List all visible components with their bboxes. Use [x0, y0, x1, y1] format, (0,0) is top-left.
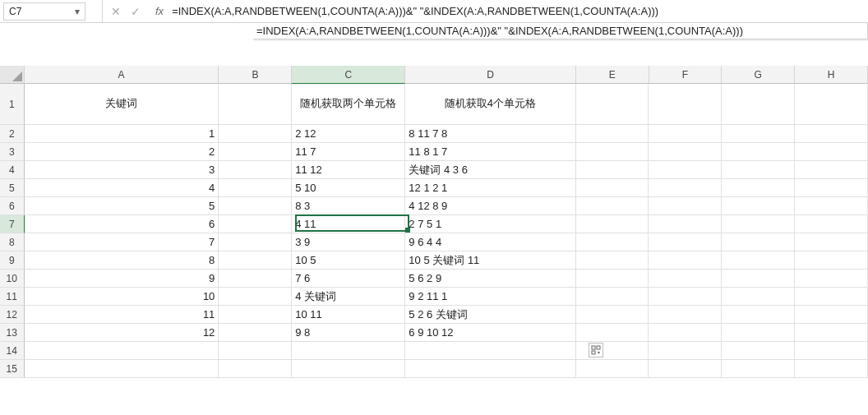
row-header-11[interactable]: 11 [0, 288, 25, 306]
cell-C14[interactable] [292, 342, 405, 360]
cell-H14[interactable] [795, 342, 868, 360]
cell-G10[interactable] [722, 270, 795, 288]
cell-H10[interactable] [795, 270, 868, 288]
cell-G1[interactable] [722, 84, 795, 125]
cell-H7[interactable] [795, 215, 868, 233]
cell-C3[interactable]: 11 7 [292, 143, 405, 161]
cell-B14[interactable] [219, 342, 292, 360]
row-header-5[interactable]: 5 [0, 179, 25, 197]
cell-B3[interactable] [219, 143, 292, 161]
column-header-F[interactable]: F [649, 66, 723, 84]
column-header-G[interactable]: G [722, 66, 795, 84]
column-header-C[interactable]: C [292, 66, 405, 84]
cell-D7[interactable]: 2 7 5 1 [405, 215, 575, 233]
cell-H8[interactable] [795, 233, 868, 251]
cell-D15[interactable] [405, 360, 575, 378]
cell-E7[interactable] [576, 215, 649, 233]
row-header-2[interactable]: 2 [0, 125, 25, 143]
name-box[interactable]: C7 ▾ [3, 2, 85, 21]
cell-B12[interactable] [219, 306, 292, 324]
cell-H9[interactable] [795, 251, 868, 270]
cell-D10[interactable]: 5 6 2 9 [405, 270, 575, 288]
cell-C5[interactable]: 5 10 [292, 179, 405, 197]
column-header-A[interactable]: A [25, 66, 219, 84]
cell-G3[interactable] [722, 143, 795, 161]
cell-G7[interactable] [722, 215, 795, 233]
cell-A7[interactable]: 6 [25, 215, 219, 233]
cell-H15[interactable] [795, 360, 868, 378]
cell-C2[interactable]: 2 12 [292, 125, 405, 143]
cell-C15[interactable] [292, 360, 405, 378]
cell-C12[interactable]: 10 11 [292, 306, 405, 324]
cell-G9[interactable] [722, 251, 795, 270]
cell-E5[interactable] [576, 179, 649, 197]
cell-E14[interactable] [576, 342, 649, 360]
cell-A1[interactable]: 关键词 [25, 84, 219, 125]
cell-H4[interactable] [795, 161, 868, 179]
cell-C4[interactable]: 11 12 [292, 161, 405, 179]
cell-E6[interactable] [576, 197, 649, 215]
cell-B10[interactable] [219, 270, 292, 288]
cell-G5[interactable] [722, 179, 795, 197]
cell-D13[interactable]: 6 9 10 12 [405, 324, 575, 342]
cell-H3[interactable] [795, 143, 868, 161]
cell-E13[interactable] [576, 324, 649, 342]
cell-C1[interactable]: 随机获取两个单元格 [292, 84, 405, 125]
cell-E12[interactable] [576, 306, 649, 324]
cell-F14[interactable] [649, 342, 722, 360]
cell-D1[interactable]: 随机获取4个单元格 [405, 84, 575, 125]
cell-F9[interactable] [649, 251, 722, 270]
row-header-6[interactable]: 6 [0, 197, 25, 215]
cell-B4[interactable] [219, 161, 292, 179]
cell-A4[interactable]: 3 [25, 161, 219, 179]
row-header-15[interactable]: 15 [0, 360, 25, 378]
cell-B7[interactable] [219, 215, 292, 233]
cell-F6[interactable] [649, 197, 722, 215]
autofill-options-icon[interactable] [589, 343, 603, 357]
cell-C7[interactable]: 4 11 [292, 215, 405, 233]
row-header-13[interactable]: 13 [0, 324, 25, 342]
cell-B11[interactable] [219, 288, 292, 306]
fx-icon[interactable]: fx [149, 5, 170, 17]
cell-F11[interactable] [649, 288, 722, 306]
cell-F2[interactable] [649, 125, 722, 143]
cell-A14[interactable] [25, 342, 219, 360]
cell-D5[interactable]: 12 1 2 1 [405, 179, 575, 197]
cell-H2[interactable] [795, 125, 868, 143]
row-header-8[interactable]: 8 [0, 233, 25, 251]
cell-C8[interactable]: 3 9 [292, 233, 405, 251]
select-all-corner[interactable] [0, 66, 25, 84]
cell-D11[interactable]: 9 2 11 1 [405, 288, 575, 306]
cell-F10[interactable] [649, 270, 722, 288]
cell-E2[interactable] [576, 125, 649, 143]
row-header-14[interactable]: 14 [0, 342, 25, 360]
cell-E8[interactable] [576, 233, 649, 251]
row-header-10[interactable]: 10 [0, 270, 25, 288]
cell-G14[interactable] [722, 342, 795, 360]
cell-A13[interactable]: 12 [25, 324, 219, 342]
cell-C10[interactable]: 7 6 [292, 270, 405, 288]
row-header-12[interactable]: 12 [0, 306, 25, 324]
cell-H13[interactable] [795, 324, 868, 342]
cell-D4[interactable]: 关键词 4 3 6 [405, 161, 575, 179]
cell-D6[interactable]: 4 12 8 9 [405, 197, 575, 215]
cell-H11[interactable] [795, 288, 868, 306]
cell-G15[interactable] [722, 360, 795, 378]
cell-G13[interactable] [722, 324, 795, 342]
cell-F4[interactable] [649, 161, 722, 179]
cell-G12[interactable] [722, 306, 795, 324]
cell-D8[interactable]: 9 6 4 4 [405, 233, 575, 251]
column-header-H[interactable]: H [795, 66, 868, 84]
cell-B5[interactable] [219, 179, 292, 197]
cell-F8[interactable] [649, 233, 722, 251]
cell-A11[interactable]: 10 [25, 288, 219, 306]
cell-A2[interactable]: 1 [25, 125, 219, 143]
cell-H12[interactable] [795, 306, 868, 324]
cell-A8[interactable]: 7 [25, 233, 219, 251]
cell-B1[interactable] [219, 84, 292, 125]
cell-A3[interactable]: 2 [25, 143, 219, 161]
cell-C6[interactable]: 8 3 [292, 197, 405, 215]
spreadsheet-grid[interactable]: ABCDEFGH1关键词随机获取两个单元格随机获取4个单元格212 128 11… [0, 66, 868, 378]
cell-H1[interactable] [795, 84, 868, 125]
column-header-E[interactable]: E [576, 66, 649, 84]
